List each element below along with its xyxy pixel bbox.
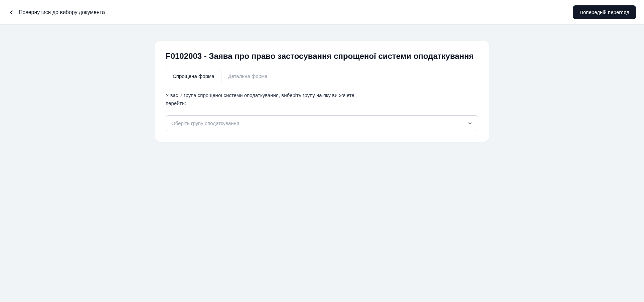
form-tabs: Спрощена форма Детальна форма [166, 69, 478, 83]
back-button[interactable]: Повернутися до вибору документа [8, 9, 105, 16]
taxation-group-select-wrapper: Оберіть групу оподаткування [166, 115, 478, 131]
page-title: F0102003 - Заява про право застосування … [166, 52, 478, 61]
chevron-down-icon [467, 121, 473, 126]
form-card: F0102003 - Заява про право застосування … [155, 41, 489, 142]
chevron-left-icon [8, 9, 15, 16]
preview-button[interactable]: Попередній перегляд [573, 5, 636, 19]
back-button-label: Повернутися до вибору документа [19, 9, 105, 15]
tab-simplified[interactable]: Спрощена форма [166, 69, 221, 83]
tab-detailed[interactable]: Детальна форма [221, 69, 274, 83]
page-header: Повернутися до вибору документа Попередн… [0, 0, 644, 25]
taxation-group-select[interactable]: Оберіть групу оподаткування [166, 115, 478, 131]
form-description: У вас 2 група спрощеної системи оподатку… [166, 91, 366, 107]
main-content: F0102003 - Заява про право застосування … [0, 25, 644, 158]
select-placeholder: Оберіть групу оподаткування [171, 120, 239, 126]
